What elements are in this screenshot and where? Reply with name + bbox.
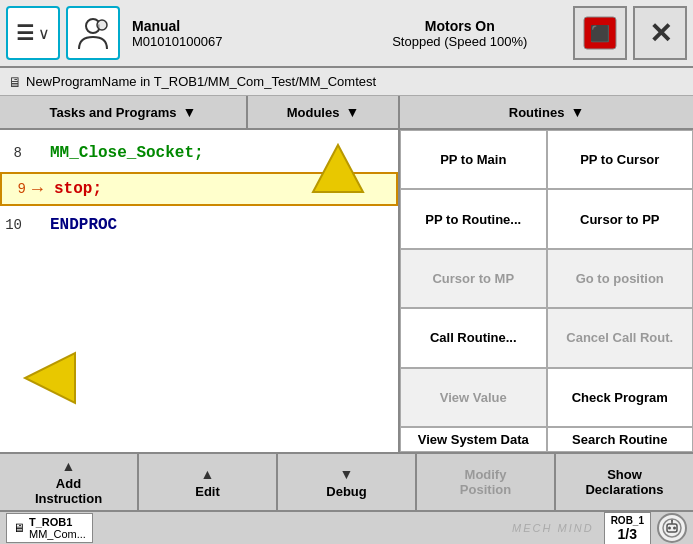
svg-marker-5 [313, 145, 363, 192]
show-declarations-button[interactable]: ShowDeclarations [556, 454, 693, 510]
task-icon: 🖥 [13, 521, 25, 535]
task-sub: MM_Com... [29, 528, 86, 540]
edit-label: Edit [195, 484, 220, 499]
show-declarations-label: ShowDeclarations [585, 467, 663, 497]
robot-status-icon[interactable] [657, 513, 687, 543]
hamburger-icon: ☰ [16, 21, 34, 45]
add-instruction-label: AddInstruction [35, 476, 102, 506]
breadcrumb: 🖥 NewProgramName in T_ROB1/MM_Com_Test/M… [0, 68, 693, 96]
chevron-down-icon: ∨ [38, 24, 50, 43]
modify-position-label: ModifyPosition [460, 467, 511, 497]
routine-btn-cursor-to-pp[interactable]: Cursor to PP [547, 189, 694, 248]
top-bar-right-buttons: ⬛ ✕ [573, 6, 687, 60]
code-text-10: ENDPROC [50, 216, 398, 234]
person-icon: i [75, 15, 111, 51]
bottom-toolbar: ▲ AddInstruction ▲ Edit ▼ Debug ModifyPo… [0, 452, 693, 510]
program-id: M01010100067 [132, 34, 347, 49]
routine-btn-check-program[interactable]: Check Program [547, 368, 694, 427]
line-number-8: 8 [0, 145, 28, 161]
main-content: 8 MM_Close_Socket; 9 → stop; 10 ENDPROC [0, 130, 693, 452]
routine-btn-pp-to-main[interactable]: PP to Main [400, 130, 547, 189]
svg-text:i: i [98, 22, 100, 31]
routines-header[interactable]: Routines ▼ [400, 96, 693, 128]
emergency-stop-icon: ⬛ [582, 15, 618, 51]
robot-icon-svg [661, 517, 683, 539]
code-line-10: 10 ENDPROC [0, 208, 398, 242]
user-button[interactable]: i [66, 6, 120, 60]
routines-panel: PP to Main PP to Cursor PP to Routine...… [400, 130, 693, 452]
svg-marker-6 [25, 353, 75, 403]
routine-btn-pp-to-routine[interactable]: PP to Routine... [400, 189, 547, 248]
routines-label: Routines [509, 105, 565, 120]
close-icon: ✕ [649, 17, 672, 50]
program-info: Manual M01010100067 [126, 18, 347, 49]
code-panel: 8 MM_Close_Socket; 9 → stop; 10 ENDPROC [0, 130, 400, 452]
triangle-left-indicator [20, 348, 80, 412]
tasks-dropdown-icon: ▼ [183, 104, 197, 120]
modules-label: Modules [287, 105, 340, 120]
triangle-up-indicator [308, 140, 368, 204]
routine-btn-search-routine[interactable]: Search Routine [547, 427, 694, 452]
menu-button[interactable]: ☰ ∨ [6, 6, 60, 60]
stopped-label: Stopped (Speed 100%) [353, 34, 568, 49]
watermark: MECH MIND [512, 522, 598, 534]
debug-button[interactable]: ▼ Debug [278, 454, 417, 510]
motors-on-label: Motors On [353, 18, 568, 34]
svg-text:⬛: ⬛ [590, 24, 610, 43]
page-indicator: 1/3 [618, 526, 637, 542]
tasks-label: Tasks and Programs [50, 105, 177, 120]
motors-info: Motors On Stopped (Speed 100%) [353, 18, 568, 49]
routine-btn-go-to-position[interactable]: Go to position [547, 249, 694, 308]
routine-btn-cursor-to-mp[interactable]: Cursor to MP [400, 249, 547, 308]
svg-point-12 [671, 520, 673, 522]
emergency-stop-button[interactable]: ⬛ [573, 6, 627, 60]
robot-label: ROB_1 [611, 515, 644, 526]
edit-arrow-icon: ▲ [201, 466, 215, 482]
debug-label: Debug [326, 484, 366, 499]
svg-point-9 [668, 527, 671, 530]
status-bar: 🖥 T_ROB1 MM_Com... MECH MIND ROB_1 1/3 [0, 510, 693, 544]
status-right: MECH MIND ROB_1 1/3 [512, 512, 687, 545]
line-number-9: 9 [4, 181, 32, 197]
tasks-header[interactable]: Tasks and Programs ▼ [0, 96, 248, 128]
add-instruction-arrow-icon: ▲ [62, 458, 76, 474]
routine-btn-pp-to-cursor[interactable]: PP to Cursor [547, 130, 694, 189]
modules-header[interactable]: Modules ▼ [248, 96, 400, 128]
line-indicator-9: → [32, 179, 54, 199]
edit-button[interactable]: ▲ Edit [139, 454, 278, 510]
modules-dropdown-icon: ▼ [345, 104, 359, 120]
column-headers: Tasks and Programs ▼ Modules ▼ Routines … [0, 96, 693, 130]
task-name: T_ROB1 [29, 516, 86, 528]
svg-point-10 [673, 527, 676, 530]
modify-position-button[interactable]: ModifyPosition [417, 454, 556, 510]
manual-label: Manual [132, 18, 347, 34]
routine-btn-view-system-data[interactable]: View System Data [400, 427, 547, 452]
breadcrumb-text: NewProgramName in T_ROB1/MM_Com_Test/MM_… [26, 74, 376, 89]
program-icon: 🖥 [8, 74, 22, 90]
top-bar: ☰ ∨ i Manual M01010100067 Motors On Stop… [0, 0, 693, 68]
routine-btn-call-routine[interactable]: Call Routine... [400, 308, 547, 367]
routine-btn-view-value[interactable]: View Value [400, 368, 547, 427]
add-instruction-button[interactable]: ▲ AddInstruction [0, 454, 139, 510]
close-button[interactable]: ✕ [633, 6, 687, 60]
task-indicator[interactable]: 🖥 T_ROB1 MM_Com... [6, 513, 93, 543]
routine-btn-cancel-call-rout[interactable]: Cancel Call Rout. [547, 308, 694, 367]
debug-arrow-icon: ▼ [340, 466, 354, 482]
line-number-10: 10 [0, 217, 28, 233]
routines-dropdown-icon: ▼ [570, 104, 584, 120]
